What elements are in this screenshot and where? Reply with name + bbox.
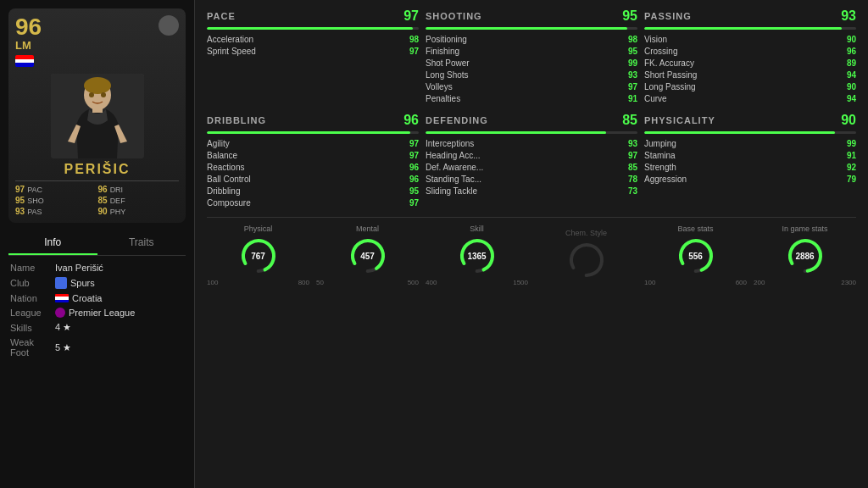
info-row-weak: Weak Foot 5 ★ (10, 337, 184, 358)
stat-val: 99 (628, 58, 637, 68)
info-row-league: League Premier League (10, 308, 184, 318)
stat-row: Heading Acc... 97 (426, 151, 637, 160)
card-stat-pac: 97 PAC (15, 185, 97, 194)
svg-point-4 (89, 92, 94, 97)
pace-label: PACE (207, 11, 236, 21)
league-value: Premier League (55, 308, 135, 318)
stat-row: Agility 97 (207, 139, 419, 148)
defending-value: 85 (622, 113, 637, 128)
stat-row: Ball Control 96 (207, 175, 419, 184)
name-value: Ivan Perišić (55, 263, 103, 273)
card-stat-pas-lbl: PAS (27, 208, 42, 216)
stat-row: Finishing 95 (426, 47, 637, 56)
stat-row: Positioning 98 (426, 35, 637, 44)
passing-label: PASSING (644, 11, 692, 21)
stat-row: Stamina 91 (644, 151, 856, 160)
gauge-min: 50 (316, 279, 324, 286)
stat-val: 97 (628, 151, 637, 160)
stat-name: Long Shots (426, 70, 469, 80)
card-top-left: 96 LM (15, 15, 42, 70)
shooting-value: 95 (622, 8, 637, 24)
stat-name: Volleys (426, 82, 453, 92)
croatia-flag (55, 294, 69, 302)
stat-name: Balance (207, 151, 237, 160)
stat-row: Shot Power 99 (426, 58, 637, 68)
skills-value: 4 ★ (55, 322, 71, 333)
svg-point-12 (565, 239, 607, 280)
stat-row: Def. Awarene... 85 (426, 163, 637, 172)
card-stat-def: 85 DEF (98, 196, 180, 205)
stat-name: Jumping (644, 139, 676, 148)
tab-traits[interactable]: Traits (97, 231, 186, 255)
left-panel: 96 LM (0, 0, 195, 488)
stat-name: Def. Awarene... (426, 163, 483, 172)
info-section: Name Ivan Perišić Club Spurs Nation Croa… (0, 256, 194, 369)
stat-val: 97 (409, 151, 419, 160)
stat-val: 97 (409, 139, 419, 148)
gauge-physical: Physical 767 100 800 (207, 225, 309, 286)
card-stat-dri-lbl: DRI (110, 186, 124, 194)
dribbling-category: DRIBBLING 96 (207, 113, 419, 128)
league-name: Premier League (69, 308, 135, 318)
stat-row: Interceptions 93 (426, 139, 637, 148)
physicality-stats: Jumping 99 Stamina 91 Strength 92 Aggres… (644, 139, 856, 184)
stat-val: 95 (628, 47, 637, 56)
card-stat-sho: 95 SHO (15, 196, 97, 205)
stat-row: Standing Tac... 78 (426, 175, 637, 184)
stat-name: Acceleration (207, 35, 253, 44)
stat-name: Stamina (644, 151, 676, 160)
info-row-skills: Skills 4 ★ (10, 322, 184, 333)
physicality-bar (644, 131, 856, 134)
card-stat-def-lbl: DEF (110, 197, 125, 205)
stat-name: FK. Accuracy (644, 58, 694, 68)
gauge-max: 800 (298, 279, 309, 286)
stat-val: 78 (628, 175, 637, 184)
stat-name: Finishing (426, 47, 459, 56)
stat-row: Composure 97 (207, 198, 419, 208)
stat-row: Strength 92 (644, 163, 856, 172)
gauge-mental: Mental 457 50 500 (316, 225, 419, 286)
stat-val: 92 (847, 163, 856, 172)
dribbling-stats: Agility 97 Balance 97 Reactions 96 Ball … (207, 139, 419, 208)
gauge-chem-circle (565, 239, 608, 281)
gauge-skill-value: 1365 (467, 252, 486, 261)
card-stat-phy-val: 90 (98, 207, 108, 216)
stat-name: Interceptions (426, 139, 474, 148)
shooting-bar (426, 27, 637, 30)
shooting-bar-fill (426, 27, 627, 30)
passing-bar (644, 27, 856, 30)
defending-bar-fill (426, 131, 606, 134)
dribbling-value: 96 (403, 113, 419, 128)
stat-val: 97 (409, 47, 419, 56)
defending-stats: Interceptions 93 Heading Acc... 97 Def. … (426, 139, 637, 196)
stat-name: Shot Power (426, 58, 470, 68)
stat-name: Long Passing (644, 82, 696, 92)
skills-label: Skills (10, 323, 48, 333)
gauge-physical-circle: 767 (237, 235, 280, 277)
gauge-base-stats: Base stats 556 100 600 (644, 225, 747, 286)
stat-row: Aggression 79 (644, 175, 856, 184)
gauge-min: 200 (754, 279, 765, 286)
stat-name: Sliding Tackle (426, 186, 477, 196)
gauge-ingame-value: 2886 (795, 252, 814, 261)
passing-bar-fill (644, 27, 842, 30)
card-stat-def-val: 85 (98, 196, 108, 205)
passing-column: PASSING 93 Vision 90 Crossing 96 FK. Acc… (644, 8, 856, 106)
dribbling-bar (207, 131, 419, 134)
card-stat-sho-val: 95 (15, 196, 25, 205)
defending-column: DEFENDING 85 Interceptions 93 Heading Ac… (426, 113, 637, 210)
stat-row: Sliding Tackle 73 (426, 186, 637, 196)
tab-info[interactable]: Info (8, 231, 97, 255)
card-stats-grid: 97 PAC 96 DRI 95 SHO 85 DEF 93 PAS 90 PH… (15, 180, 179, 216)
shooting-label: SHOOTING (426, 11, 482, 21)
stat-name: Sprint Speed (207, 47, 256, 56)
stat-val: 93 (628, 139, 637, 148)
gauge-max: 500 (408, 279, 419, 286)
league-label: League (10, 308, 48, 318)
svg-point-2 (84, 77, 111, 94)
player-card: 96 LM (8, 8, 186, 223)
stat-name: Standing Tac... (426, 175, 481, 184)
stat-name: Penalties (426, 94, 460, 103)
gauge-min: 100 (644, 279, 655, 286)
stat-row: Reactions 96 (207, 163, 419, 172)
